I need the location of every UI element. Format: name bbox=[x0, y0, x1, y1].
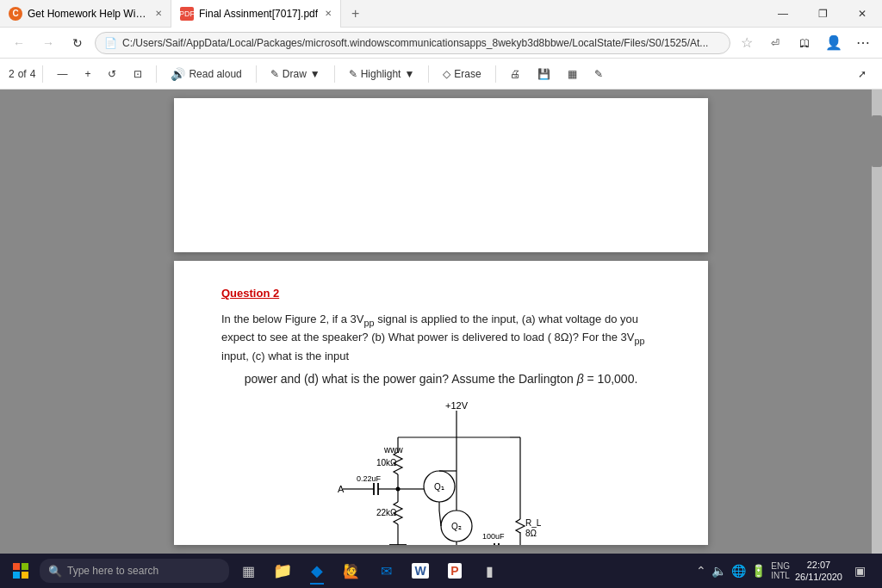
calculator-icon: ▮ bbox=[486, 563, 494, 579]
taskbar: 🔍 Type here to search ▦ 📁 ◆ 🙋 ✉ W P ▮ ⌃ … bbox=[0, 554, 882, 588]
toolbar-separator-3 bbox=[256, 65, 257, 83]
r1-label: 10kΩ bbox=[376, 458, 397, 467]
read-aloud-icon: 🔊 bbox=[171, 67, 185, 81]
svg-rect-46 bbox=[22, 572, 28, 579]
scrollbar-thumb[interactable] bbox=[872, 115, 882, 167]
highlight-button[interactable]: ✎ Highlight ▼ bbox=[342, 66, 422, 82]
print-button[interactable]: 🖨 bbox=[503, 66, 527, 82]
page-info: 2 of 4 bbox=[9, 68, 35, 80]
more-button[interactable]: ⋯ bbox=[851, 31, 875, 55]
rotate-button[interactable]: ↺ bbox=[101, 66, 123, 82]
c1-label: 0.22uF bbox=[357, 474, 382, 483]
back-button[interactable]: ← bbox=[7, 31, 31, 55]
tab1-close-icon[interactable]: ✕ bbox=[155, 9, 162, 18]
new-tab-button[interactable]: + bbox=[341, 6, 370, 22]
scrollbar[interactable] bbox=[872, 90, 882, 554]
svg-line-22 bbox=[439, 511, 441, 526]
favorite-button[interactable]: ☆ bbox=[736, 34, 758, 51]
pdf-toolbar: 2 of 4 — + ↺ ⊡ 🔊 Read aloud ✎ Draw ▼ ✎ H… bbox=[0, 59, 882, 90]
q2-label: Q₂ bbox=[451, 522, 462, 531]
r2-label: 22kΩ bbox=[376, 508, 397, 517]
circuit-diagram: +12V 10kΩ www bbox=[221, 399, 661, 545]
store-button[interactable]: 🙋 bbox=[336, 555, 367, 586]
tab2-close-icon[interactable]: ✕ bbox=[325, 9, 332, 18]
page-of: of bbox=[18, 68, 27, 80]
close-button[interactable]: ✕ bbox=[842, 0, 882, 28]
system-tray: ⌃ 🔈 🌐 🔋 ENG INTL 22:07 26/11/2020 ▣ bbox=[691, 555, 877, 586]
toolbar-separator-4 bbox=[334, 65, 335, 83]
highlight-dropdown-icon: ▼ bbox=[404, 68, 414, 80]
pdf-tab-icon: PDF bbox=[180, 7, 194, 21]
share-button[interactable]: ⏎ bbox=[763, 31, 787, 55]
question2-paragraph2: power and (d) what is the power gain? As… bbox=[221, 370, 661, 388]
minimize-button[interactable]: — bbox=[763, 0, 803, 28]
search-placeholder: Type here to search bbox=[67, 565, 158, 577]
chegg-tab-icon: C bbox=[9, 7, 22, 21]
task-view-button[interactable]: ▦ bbox=[233, 555, 264, 586]
tab1-label: Get Homework Help With Cheg bbox=[28, 8, 148, 20]
word-button[interactable]: W bbox=[405, 555, 436, 586]
zoom-in-button[interactable]: + bbox=[78, 66, 97, 82]
restore-button[interactable]: ❐ bbox=[803, 0, 842, 28]
fit-all-button[interactable]: ➚ bbox=[851, 66, 873, 82]
file-explorer-button[interactable]: 📁 bbox=[267, 555, 298, 586]
calculator-button[interactable]: ▮ bbox=[474, 555, 505, 586]
edge-icon: ◆ bbox=[311, 561, 323, 580]
svg-rect-43 bbox=[13, 563, 20, 570]
rl-label: R_L bbox=[525, 518, 542, 528]
start-button[interactable] bbox=[5, 555, 36, 586]
windows-icon bbox=[13, 563, 28, 579]
speaker-icon[interactable]: 🔈 bbox=[711, 564, 726, 578]
zoom-out-button[interactable]: — bbox=[50, 66, 74, 82]
r1-ww: www bbox=[383, 445, 403, 455]
toolbar-separator-2 bbox=[156, 65, 157, 83]
task-view-icon: ▦ bbox=[242, 563, 255, 579]
chevron-up-icon[interactable]: ⌃ bbox=[696, 564, 706, 578]
edge-button[interactable]: ◆ bbox=[301, 555, 332, 586]
tab-chegg[interactable]: C Get Homework Help With Cheg ✕ bbox=[0, 0, 171, 28]
file-explorer-icon: 📁 bbox=[273, 561, 292, 580]
search-box[interactable]: 🔍 Type here to search bbox=[40, 559, 229, 583]
time-display: 22:07 bbox=[795, 559, 842, 571]
language-icon[interactable]: ENG INTL bbox=[771, 561, 790, 580]
save-button[interactable]: 💾 bbox=[531, 66, 557, 82]
address-input[interactable]: 📄 C:/Users/Saif/AppData/Local/Packages/m… bbox=[95, 32, 730, 54]
svg-rect-45 bbox=[13, 572, 20, 579]
page-current: 2 bbox=[9, 68, 15, 80]
erase-button[interactable]: ◇ Erase bbox=[436, 66, 488, 82]
address-bar: ← → ↻ 📄 C:/Users/Saif/AppData/Local/Pack… bbox=[0, 28, 882, 59]
tab-pdf[interactable]: PDF Final Assinment[7017].pdf ✕ bbox=[171, 0, 341, 28]
url-text: C:/Users/Saif/AppData/Local/Packages/mic… bbox=[122, 37, 708, 49]
circuit-svg: +12V 10kΩ www bbox=[329, 399, 553, 545]
annotate-button[interactable]: ✎ bbox=[587, 66, 610, 82]
question2-content: Question 2 In the below Figure 2, if a 3… bbox=[174, 261, 708, 545]
read-view-button[interactable]: 🕮 bbox=[792, 31, 817, 55]
store-icon: 🙋 bbox=[343, 563, 360, 579]
question2-title: Question 2 bbox=[221, 285, 661, 302]
pdf-page-2: Question 2 In the below Figure 2, if a 3… bbox=[174, 261, 708, 545]
pdf-page-1 bbox=[174, 98, 708, 252]
toolbar-separator-5 bbox=[428, 65, 429, 83]
battery-icon[interactable]: 🔋 bbox=[751, 564, 766, 578]
network-icon[interactable]: 🌐 bbox=[731, 564, 746, 578]
svg-rect-44 bbox=[22, 563, 28, 570]
title-bar: C Get Homework Help With Cheg ✕ PDF Fina… bbox=[0, 0, 882, 28]
tab2-label: Final Assinment[7017].pdf bbox=[199, 8, 318, 20]
window-controls: — ❐ ✕ bbox=[763, 0, 882, 28]
question2-paragraph1: In the below Figure 2, if a 3Vpp signal … bbox=[221, 311, 661, 365]
view-button[interactable]: ▦ bbox=[561, 66, 584, 82]
q1-label: Q₁ bbox=[434, 482, 444, 492]
fit-button[interactable]: ⊡ bbox=[127, 66, 149, 82]
read-aloud-button[interactable]: 🔊 Read aloud bbox=[164, 65, 248, 83]
date-display: 26/11/2020 bbox=[795, 571, 842, 583]
refresh-button[interactable]: ↻ bbox=[65, 31, 90, 55]
toolbar-separator-6 bbox=[495, 65, 496, 83]
notification-button[interactable]: ▣ bbox=[848, 555, 872, 586]
powerpoint-button[interactable]: P bbox=[439, 555, 470, 586]
draw-button[interactable]: ✎ Draw ▼ bbox=[264, 66, 327, 82]
mail-button[interactable]: ✉ bbox=[370, 555, 401, 586]
powerpoint-icon: P bbox=[448, 563, 461, 579]
clock[interactable]: 22:07 26/11/2020 bbox=[795, 559, 842, 584]
profile-button[interactable]: 👤 bbox=[822, 31, 846, 55]
forward-button[interactable]: → bbox=[36, 31, 60, 55]
